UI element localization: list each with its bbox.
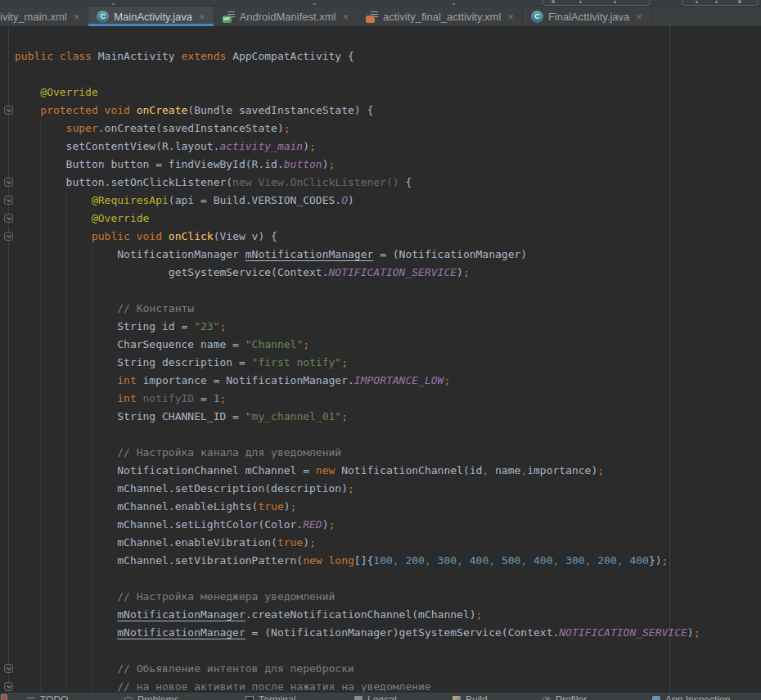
- code-line-22: [15, 426, 700, 444]
- tool-window-button-terminal[interactable]: Terminal: [245, 694, 295, 700]
- close-icon[interactable]: ×: [74, 11, 80, 22]
- code-line-36: // на новое активити после нажатия на ув…: [15, 678, 700, 692]
- code-line-35: // Обьявление интентов для переброски: [15, 660, 700, 678]
- toolbar-dot-icon: [614, 1, 616, 3]
- tool-window-label: Profiler: [556, 694, 587, 700]
- code-line-24: NotificationChannel mChannel = new Notif…: [15, 462, 700, 480]
- code-line-16: String id = "23";: [15, 318, 700, 336]
- app-inspection-icon: [652, 696, 660, 700]
- code-line-10: @Override: [15, 210, 700, 228]
- tool-window-label: TODO: [40, 694, 68, 700]
- tab-finalacttivity-java[interactable]: CFinalActtivity.java×: [523, 7, 651, 26]
- code-editor[interactable]: public class MainActivity extends AppCom…: [0, 26, 761, 692]
- editor-tab-bar: ivity_main.xml×CMainActivity.java×MFAndr…: [0, 7, 761, 26]
- run-status-dot-icon: [738, 0, 741, 3]
- tool-window-button-profiler[interactable]: Profiler: [543, 694, 587, 700]
- code-line-2: [15, 65, 700, 84]
- tool-window-button-todo[interactable]: TODO: [27, 694, 68, 700]
- tool-window-button-app-inspection[interactable]: App Inspection: [652, 694, 730, 700]
- fold-marker-icon[interactable]: [4, 664, 13, 673]
- code-line-14: [15, 282, 700, 300]
- code-line-19: int importance = NotificationManager.IMP…: [15, 372, 700, 390]
- gutter-separator: [8, 26, 9, 692]
- code-line-7: Button button = findViewById(R.id.button…: [15, 156, 700, 174]
- layout-xml-icon: [366, 11, 378, 23]
- toolbar-tick: [313, 3, 316, 5]
- toolbar-dot-icon: [696, 1, 698, 3]
- device-selector-control[interactable]: [682, 0, 759, 6]
- code-line-20: int notifyID = 1;: [15, 390, 700, 408]
- code-content: public class MainActivity extends AppCom…: [15, 47, 700, 692]
- fold-marker-icon[interactable]: [4, 106, 13, 115]
- android-studio-window: ivity_main.xml×CMainActivity.java×MFAndr…: [0, 0, 761, 700]
- close-icon[interactable]: ×: [342, 11, 349, 22]
- tab-androidmanifest-xml[interactable]: MFAndroidManifest.xml×: [214, 7, 358, 26]
- code-line-12: NotificationManager mNotificationManager…: [15, 246, 700, 264]
- toolbar-dot-icon: [715, 1, 718, 3]
- close-icon[interactable]: ×: [199, 11, 205, 22]
- problems-icon: [124, 697, 133, 700]
- fold-marker-icon[interactable]: [4, 196, 13, 205]
- code-line-34: [15, 642, 700, 660]
- code-line-17: CharSequence name = "Channel";: [15, 336, 700, 354]
- tool-window-label: App Inspection: [665, 694, 730, 700]
- code-line-23: // Настройка канала для уведомлений: [15, 444, 700, 462]
- tool-window-label: Problems: [137, 694, 179, 700]
- java-class-icon: C: [97, 11, 109, 23]
- tool-window-widget-icon[interactable]: [1, 694, 7, 700]
- tool-window-label: Build: [466, 694, 488, 700]
- tool-window-button-build[interactable]: Build: [453, 694, 488, 700]
- fold-marker-icon[interactable]: [4, 682, 13, 691]
- tab-label: activity_final_acttivity.xml: [383, 11, 501, 23]
- todo-icon: [27, 698, 35, 700]
- close-icon[interactable]: ×: [636, 11, 642, 22]
- tool-window-bar: TODOProblemsTerminalLogcatBuildProfilerA…: [0, 692, 761, 700]
- build-icon: [453, 696, 461, 700]
- code-line-25: mChannel.setDescription(description);: [15, 480, 700, 498]
- code-line-6: setContentView(R.layout.activity_main);: [15, 138, 700, 156]
- fold-marker-icon[interactable]: [4, 232, 13, 241]
- code-line-18: String description = "first notify";: [15, 354, 700, 372]
- code-line-33: mNotificationManager = (NotificationMana…: [15, 624, 700, 642]
- tool-window-button-logcat[interactable]: Logcat: [354, 694, 397, 700]
- code-line-26: mChannel.enableLights(true);: [15, 498, 700, 516]
- manifest-file-icon: MF: [223, 11, 235, 23]
- code-line-21: String CHANNEL_ID = "my_channel_01";: [15, 408, 700, 426]
- code-line-3: @Override: [15, 84, 700, 102]
- code-line-11: public void onClick(View v) {: [15, 228, 700, 246]
- code-line-1: public class MainActivity extends AppCom…: [15, 47, 700, 65]
- tab-mainactivity-java[interactable]: CMainActivity.java×: [88, 7, 214, 26]
- code-line-4: protected void onCreate(Bundle savedInst…: [15, 102, 700, 120]
- tool-window-button-problems[interactable]: Problems: [124, 694, 179, 700]
- tool-window-label: Logcat: [367, 694, 397, 700]
- main-toolbar-strip: [0, 0, 761, 7]
- code-line-29: mChannel.setVibrationPattern(new long[]{…: [15, 552, 700, 570]
- java-class-icon: C: [531, 11, 543, 23]
- code-line-13: getSystemService(Context.NOTIFICATION_SE…: [15, 264, 700, 282]
- code-line-8: button.setOnClickListener(new View.OnCli…: [15, 174, 700, 192]
- toolbar-tick: [453, 3, 455, 5]
- tab-label: ivity_main.xml: [0, 11, 67, 23]
- toolbar-tick: [112, 3, 115, 5]
- fold-marker-icon[interactable]: [4, 178, 13, 187]
- code-line-32: mNotificationManager.createNotificationC…: [15, 606, 700, 624]
- fold-marker-icon[interactable]: [4, 214, 13, 223]
- tab-label: MainActivity.java: [114, 11, 192, 23]
- code-line-27: mChannel.setLightColor(Color.RED);: [15, 516, 700, 534]
- run-status-dot-icon: [552, 0, 555, 3]
- code-line-15: // Константы: [15, 300, 700, 318]
- code-line-31: // Настройка менеджера уведомлений: [15, 588, 700, 606]
- tab-label: FinalActtivity.java: [548, 11, 629, 23]
- code-line-30: [15, 570, 700, 588]
- tool-window-label: Terminal: [259, 694, 295, 700]
- tab-activity-final-acttivity-xml[interactable]: activity_final_acttivity.xml×: [358, 7, 523, 26]
- logcat-icon: [354, 696, 362, 700]
- run-configuration-control[interactable]: [543, 0, 651, 6]
- tab-label: AndroidManifest.xml: [240, 11, 336, 23]
- profiler-icon: [543, 697, 551, 700]
- toolbar-dot-icon: [579, 1, 582, 3]
- code-line-5: super.onCreate(savedInstanceState);: [15, 120, 700, 138]
- terminal-icon: [245, 696, 254, 700]
- close-icon[interactable]: ×: [507, 11, 514, 22]
- tab-ivity-main-xml[interactable]: ivity_main.xml×: [0, 7, 88, 26]
